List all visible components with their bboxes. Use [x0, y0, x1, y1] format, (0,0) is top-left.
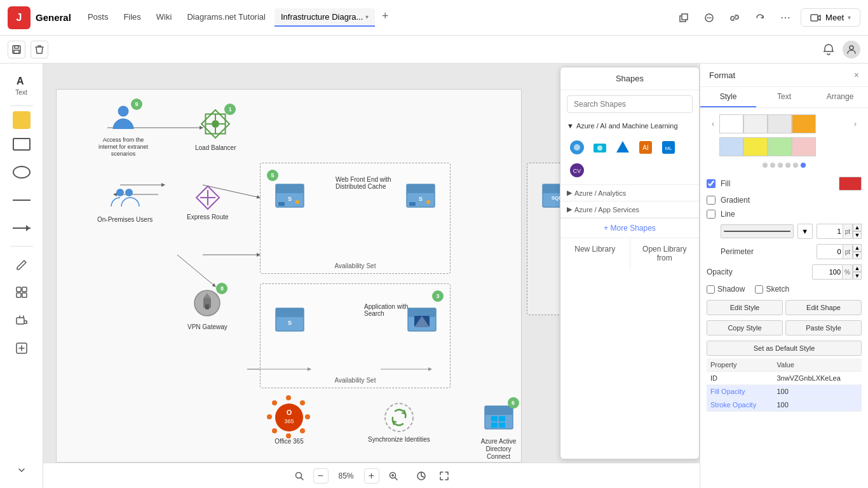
- save-button[interactable]: [8, 41, 25, 58]
- arrow-tool[interactable]: [9, 215, 34, 241]
- shadow-label[interactable]: Shadow: [707, 285, 745, 294]
- fill-checkbox[interactable]: [707, 179, 715, 188]
- node-aad-connect[interactable]: 6 Azure Active Directory Connect: [476, 401, 521, 461]
- color-swatch[interactable]: [13, 111, 31, 129]
- swatch-gray[interactable]: [768, 114, 792, 133]
- server-icon-3[interactable]: S: [273, 303, 306, 336]
- fill-color-swatch[interactable]: [839, 177, 862, 191]
- opacity-down[interactable]: ▼: [853, 272, 862, 280]
- ai-icon-6[interactable]: CV: [567, 160, 587, 180]
- line-checkbox[interactable]: [707, 210, 715, 219]
- tab-dropdown-icon[interactable]: ▾: [365, 13, 369, 20]
- node-access-internet[interactable]: 9 Access from the internet for extranet …: [95, 102, 152, 157]
- theme-icon[interactable]: [412, 467, 430, 485]
- copy-style-button[interactable]: Copy Style: [707, 320, 783, 336]
- tab-text[interactable]: Text: [756, 87, 812, 107]
- chat-icon[interactable]: [699, 8, 719, 28]
- node-on-premises[interactable]: On-Premises Users: [97, 184, 153, 224]
- line-arrow-select[interactable]: ▼: [797, 224, 813, 239]
- maximize-icon[interactable]: [674, 8, 694, 28]
- dot-4[interactable]: [785, 163, 790, 168]
- user-avatar[interactable]: [843, 41, 860, 58]
- category-analytics-header[interactable]: ▶ Azure / Analytics: [560, 185, 699, 201]
- new-library-button[interactable]: New Library: [560, 238, 630, 269]
- gradient-checkbox[interactable]: [707, 196, 715, 205]
- ai-icon-3[interactable]: [613, 137, 633, 158]
- perimeter-up[interactable]: ▲: [853, 244, 862, 252]
- swatch-lightblue[interactable]: [719, 137, 743, 156]
- expand-tool[interactable]: [9, 458, 34, 483]
- link-icon[interactable]: [724, 8, 745, 28]
- shapes-tool[interactable]: [9, 280, 34, 305]
- ai-icon-4[interactable]: AI: [635, 137, 656, 158]
- nav-posts[interactable]: Posts: [81, 8, 115, 27]
- nav-wiki[interactable]: Wiki: [150, 8, 179, 27]
- dot-3[interactable]: [778, 163, 783, 168]
- dot-2[interactable]: [770, 163, 775, 168]
- server-icon-2[interactable]: S: [404, 179, 437, 214]
- line-style-preview[interactable]: [721, 224, 794, 238]
- shadow-checkbox[interactable]: [707, 285, 715, 294]
- panel-close-button[interactable]: ×: [854, 70, 859, 80]
- tab-arrange[interactable]: Arrange: [812, 87, 868, 107]
- server-icon-1[interactable]: S: [273, 179, 306, 212]
- add-tool[interactable]: [9, 336, 34, 361]
- tab-style[interactable]: Style: [700, 87, 756, 107]
- ai-icon-2[interactable]: [590, 137, 610, 158]
- edit-style-button[interactable]: Edit Style: [707, 300, 783, 315]
- pencil-tool[interactable]: [9, 252, 34, 277]
- perimeter-input[interactable]: [817, 244, 843, 259]
- more-icon[interactable]: ⋯: [775, 8, 796, 28]
- server-icon-4[interactable]: [405, 303, 438, 338]
- canvas-area[interactable]: 9 Access from the internet for extranet …: [43, 64, 700, 488]
- node-sync-identities[interactable]: Synchronize Identities: [368, 401, 430, 444]
- dot-6[interactable]: [801, 163, 806, 168]
- delete-button[interactable]: [31, 41, 48, 58]
- text-tool[interactable]: A Text: [6, 69, 37, 100]
- perimeter-down[interactable]: ▼: [853, 252, 862, 259]
- swatch-next2-button[interactable]: [849, 140, 862, 153]
- paste-style-button[interactable]: Paste Style: [785, 320, 862, 336]
- sketch-checkbox[interactable]: [755, 285, 763, 294]
- category-app-services-header[interactable]: ▶ Azure / App Services: [560, 201, 699, 217]
- node-express-route[interactable]: Express Route: [187, 184, 229, 221]
- plugin-tool[interactable]: [9, 308, 34, 333]
- swatch-white[interactable]: [719, 114, 743, 133]
- swatch-prev2-button[interactable]: [707, 140, 719, 153]
- opacity-up[interactable]: ▲: [853, 264, 862, 272]
- swatch-prev-button[interactable]: ‹: [707, 118, 719, 130]
- ellipse-tool[interactable]: [9, 159, 34, 185]
- swatch-lightgray[interactable]: [743, 114, 768, 133]
- swatch-lightpink[interactable]: [792, 137, 816, 156]
- ai-icon-1[interactable]: [567, 137, 587, 158]
- notification-icon[interactable]: [820, 41, 837, 58]
- node-office365[interactable]: O 365 Office 365: [273, 401, 306, 445]
- line-width-down[interactable]: ▼: [853, 231, 862, 239]
- zoom-in-button[interactable]: +: [364, 468, 379, 484]
- zoom-fit-icon[interactable]: [384, 467, 402, 485]
- more-shapes-button[interactable]: + More Shapes: [560, 218, 699, 238]
- line-width-up[interactable]: ▲: [853, 224, 862, 231]
- add-tab-button[interactable]: +: [377, 8, 393, 24]
- line-width-input[interactable]: [817, 224, 843, 239]
- fullscreen-icon[interactable]: [435, 467, 453, 485]
- swatch-lightgreen[interactable]: [768, 137, 792, 156]
- category-ai-ml-header[interactable]: ▼ Azure / AI and Machine Learning: [560, 118, 699, 133]
- line-tool[interactable]: [9, 187, 34, 213]
- dot-1[interactable]: [763, 163, 768, 168]
- swatch-next-button[interactable]: ›: [849, 118, 862, 130]
- ai-icon-5[interactable]: ML: [658, 137, 679, 158]
- node-vpn-gateway[interactable]: 8 VPN Gateway: [187, 287, 227, 331]
- meet-button[interactable]: Meet ▾: [801, 8, 860, 27]
- edit-shape-button[interactable]: Edit Shape: [785, 300, 862, 315]
- meet-dropdown-icon[interactable]: ▾: [848, 14, 851, 21]
- nav-files[interactable]: Files: [117, 8, 147, 27]
- search-icon[interactable]: [290, 467, 308, 485]
- swatch-orange[interactable]: [792, 114, 816, 133]
- dot-5[interactable]: [793, 163, 798, 168]
- shapes-search-input[interactable]: [567, 95, 693, 113]
- swatch-yellow[interactable]: [743, 137, 768, 156]
- nav-diagrams-tutorial[interactable]: Diagrams.net Tutorial: [180, 8, 272, 27]
- node-load-balancer-1[interactable]: 1 Load Balancer: [195, 107, 236, 152]
- nav-active-tab[interactable]: Infrastructure Diagra... ▾: [275, 8, 375, 27]
